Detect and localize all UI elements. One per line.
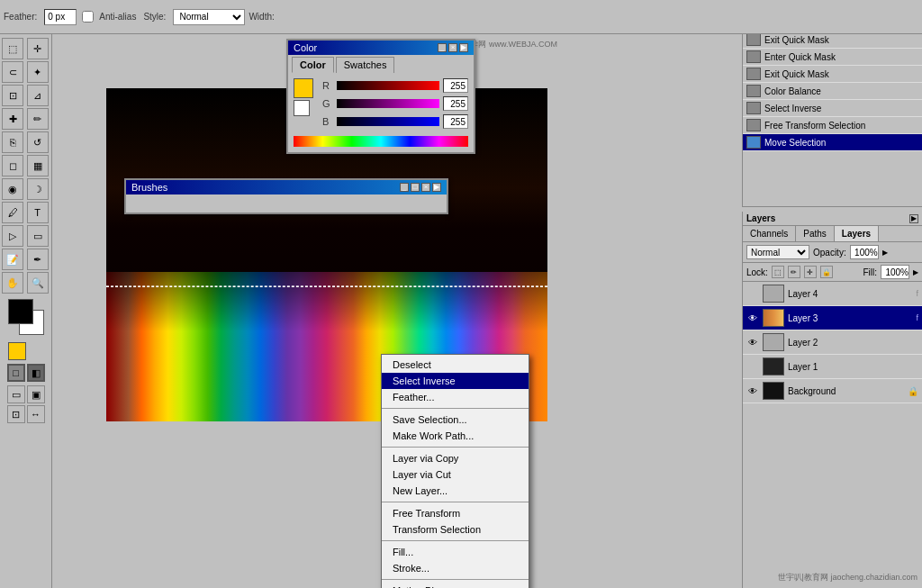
layers-opacity-input[interactable] (850, 245, 879, 259)
ctx-motion-blur[interactable]: Motion Blur (382, 583, 529, 588)
color-panel-close[interactable]: × (448, 43, 457, 52)
tool-standard-mode[interactable]: □ (7, 364, 25, 382)
history-thumb (746, 33, 761, 46)
tool-img-ready[interactable]: ↔ (27, 405, 45, 423)
tab-color[interactable]: Color (292, 57, 334, 73)
ctx-fill[interactable]: Fill... (382, 544, 529, 560)
color-r-slider[interactable] (337, 81, 439, 90)
history-item-select-inverse[interactable]: Select Inverse (743, 100, 922, 117)
tool-crop[interactable]: ⊡ (2, 85, 23, 106)
lock-transparent-icon[interactable]: ⬚ (772, 266, 784, 278)
history-item-enter-quick-mask-2[interactable]: Enter Quick Mask (743, 49, 922, 66)
brushes-panel-minimize[interactable]: _ (400, 183, 409, 192)
ctx-new-layer[interactable]: New Layer... (382, 483, 529, 499)
feather-input[interactable] (44, 9, 77, 25)
history-item-exit-quick-mask-2[interactable]: Exit Quick Mask (743, 66, 922, 83)
layers-fill-arrow[interactable]: ▶ (913, 268, 918, 276)
tool-hand[interactable]: ✋ (2, 272, 23, 294)
tool-pen[interactable]: 🖊 (2, 202, 23, 223)
ctx-save-selection[interactable]: Save Selection... (382, 412, 529, 428)
ctx-make-work-path[interactable]: Make Work Path... (382, 428, 529, 444)
lock-all-icon[interactable]: 🔒 (820, 266, 833, 278)
history-active-label: Move Selection (764, 138, 826, 148)
color-bg-preview[interactable] (294, 100, 310, 116)
top-toolbar: Feather: Anti-alias Style: Normal Fixed … (0, 0, 922, 34)
brushes-panel-maximize[interactable]: □ (411, 183, 420, 192)
layer-item-layer1[interactable]: Layer 1 (743, 355, 922, 379)
tool-history-brush[interactable]: ↺ (27, 131, 49, 153)
tool-slice[interactable]: ⊿ (27, 85, 49, 106)
foreground-color-swatch[interactable] (8, 299, 33, 324)
history-item-free-transform[interactable]: Free Transform Selection (743, 117, 922, 134)
layers-fill-input[interactable] (881, 265, 909, 279)
layer-item-layer4[interactable]: Layer 4 f (743, 282, 922, 306)
layer-eye-background[interactable]: 👁 (746, 384, 759, 397)
layer-item-layer3[interactable]: 👁 Layer 3 f (743, 306, 922, 330)
layers-panel-options[interactable]: ▶ (909, 214, 918, 223)
layer-eye-layer3[interactable]: 👁 (746, 312, 759, 324)
layer-eye-layer1[interactable] (746, 360, 759, 373)
stripe-fade-overlay (106, 272, 547, 332)
tool-notes[interactable]: 📝 (2, 249, 23, 270)
tool-magic-wand[interactable]: ✦ (27, 61, 49, 83)
color-g-slider[interactable] (337, 99, 439, 108)
tool-text[interactable]: T (27, 202, 49, 223)
color-r-input[interactable] (443, 78, 468, 93)
tool-full-screen[interactable]: ▣ (27, 385, 45, 403)
tool-blur[interactable]: ◉ (2, 178, 23, 200)
color-b-slider[interactable] (337, 117, 439, 126)
tool-brush[interactable]: ✏ (27, 108, 49, 130)
tab-layers[interactable]: Layers (835, 226, 879, 241)
ctx-free-transform[interactable]: Free Transform (382, 505, 529, 521)
style-select[interactable]: Normal Fixed Ratio Fixed Size (173, 9, 245, 25)
color-b-input[interactable] (443, 114, 468, 129)
history-item-move-selection[interactable]: Move Selection (743, 134, 922, 151)
brushes-panel-options[interactable]: ▶ (432, 183, 441, 192)
color-panel-title: Color (294, 42, 317, 53)
antialias-checkbox[interactable] (82, 11, 94, 23)
color-g-input[interactable] (443, 96, 468, 111)
color-panel-options[interactable]: ▶ (459, 43, 468, 52)
tool-clone[interactable]: ⎘ (2, 131, 23, 153)
layer-eye-layer2[interactable]: 👁 (746, 336, 759, 348)
lock-position-icon[interactable]: ✛ (804, 266, 817, 278)
ctx-feather[interactable]: Feather... (382, 389, 529, 405)
main-canvas-area: Color _ × ▶ Color Swatches R (52, 34, 742, 588)
tool-heal[interactable]: ✚ (2, 108, 23, 130)
tool-zoom[interactable]: 🔍 (27, 272, 49, 294)
ctx-layer-via-copy[interactable]: Layer via Copy (382, 450, 529, 466)
tab-channels[interactable]: Channels (743, 226, 796, 241)
tool-eraser[interactable]: ◻ (2, 155, 23, 176)
layers-mode-select[interactable]: Normal Multiply Screen (746, 245, 809, 259)
ctx-stroke[interactable]: Stroke... (382, 560, 529, 576)
layer-thumb-layer1 (763, 357, 784, 375)
layer-item-layer2[interactable]: 👁 Layer 2 (743, 330, 922, 355)
tool-gradient[interactable]: ▦ (27, 155, 49, 176)
tool-lasso[interactable]: ⊂ (2, 61, 23, 83)
ctx-layer-via-cut[interactable]: Layer via Cut (382, 466, 529, 483)
yellow-color-indicator[interactable] (8, 342, 26, 360)
tool-quick-mask[interactable]: ◧ (27, 364, 45, 382)
tool-full-screen-menu[interactable]: ⊡ (7, 405, 25, 423)
color-spectrum-bar[interactable] (294, 136, 468, 147)
tool-standard-screen[interactable]: ▭ (7, 385, 25, 403)
tool-move[interactable]: ✛ (27, 38, 49, 59)
layer-eye-layer4[interactable] (746, 287, 759, 300)
tool-marquee[interactable]: ⬚ (2, 38, 23, 59)
tool-path-select[interactable]: ▷ (2, 225, 23, 247)
tool-eyedropper[interactable]: ✒ (27, 249, 49, 270)
color-fg-preview[interactable] (294, 78, 313, 98)
tool-shape[interactable]: ▭ (27, 225, 49, 247)
tab-swatches[interactable]: Swatches (336, 57, 395, 73)
layers-opacity-arrow[interactable]: ▶ (882, 249, 888, 257)
layer-item-background[interactable]: 👁 Background 🔒 (743, 379, 922, 403)
lock-image-icon[interactable]: ✏ (788, 266, 800, 278)
ctx-transform-selection[interactable]: Transform Selection (382, 521, 529, 538)
history-item-color-balance[interactable]: Color Balance (743, 83, 922, 100)
tool-dodge[interactable]: ☽ (27, 178, 49, 200)
ctx-select-inverse[interactable]: Select Inverse (382, 373, 529, 389)
tab-paths[interactable]: Paths (796, 226, 835, 241)
color-panel-minimize[interactable]: _ (438, 43, 447, 52)
brushes-panel-close[interactable]: × (421, 183, 430, 192)
ctx-deselect[interactable]: Deselect (382, 357, 529, 373)
